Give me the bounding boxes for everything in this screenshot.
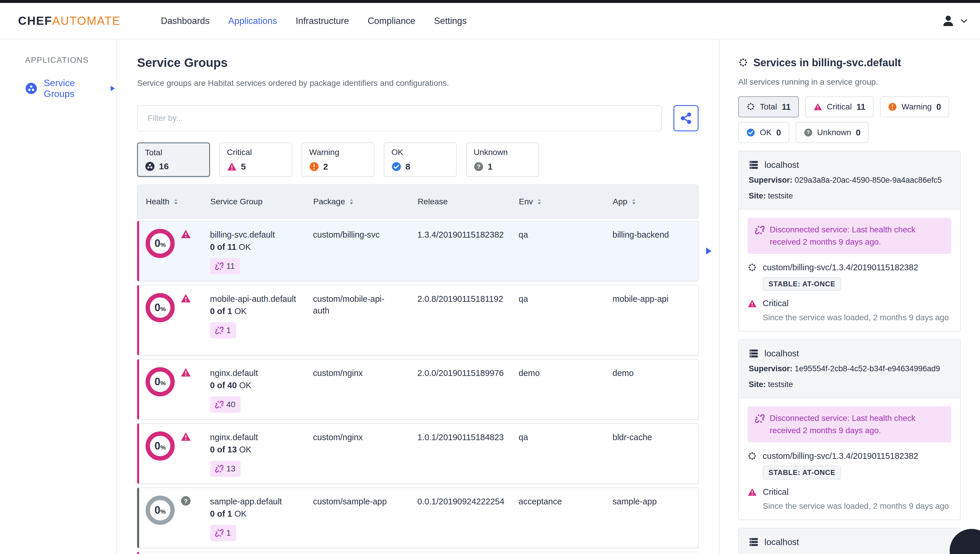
critical-icon — [748, 487, 757, 497]
column-header-release[interactable]: Release — [418, 197, 519, 206]
services-panel: Services in billing-svc.default All serv… — [719, 39, 980, 554]
release-cell: 1.3.4/20190115182382 — [417, 229, 519, 241]
nav-settings[interactable]: Settings — [434, 16, 467, 26]
package-dots-icon — [748, 452, 757, 461]
package-cell: custom/nginx — [313, 367, 401, 379]
service-groups-icon — [25, 82, 37, 94]
column-header-package[interactable]: Package — [313, 197, 418, 206]
service-group-cell: mobile-api-auth.default 0 of 1 OK 1 — [210, 293, 313, 338]
pill-warning[interactable]: Warning0 — [880, 96, 949, 117]
health-cell: 0 % — [146, 229, 210, 258]
server-icon — [749, 160, 759, 170]
column-header-service-group[interactable]: Service Group — [210, 197, 313, 206]
total-icon — [145, 161, 155, 171]
table-row[interactable]: 0 % billing-svc.default 0 of 11 OK 11 cu… — [137, 221, 698, 281]
package-identifier: custom/billing-svc/1.3.4/20190115182382 — [748, 263, 951, 272]
logo-chef: CHEF — [18, 14, 52, 27]
env-cell: qa — [519, 293, 612, 305]
nav-dashboards[interactable]: Dashboards — [161, 16, 209, 26]
service-card[interactable]: localhost Supervisor: 029a3a8a-20ac-4590… — [738, 151, 961, 332]
summary-card-total[interactable]: Total 16 — [137, 142, 210, 177]
summary-card-unknown[interactable]: Unknown 1 — [466, 142, 539, 177]
server-icon — [749, 537, 759, 547]
channel-badge: STABLE: AT-ONCE — [763, 466, 841, 480]
summary-card-critical[interactable]: Critical 5 — [220, 142, 292, 177]
summary-card-ok[interactable]: OK 8 — [384, 142, 457, 177]
pill-unknown[interactable]: Unknown0 — [795, 122, 869, 143]
host-name: localhost — [764, 160, 799, 170]
broken-link-icon — [755, 414, 764, 423]
service-card[interactable]: localhost Supervisor: 2fb65869-de1b-4341… — [738, 528, 961, 554]
nav-compliance[interactable]: Compliance — [368, 16, 415, 26]
package-cell: custom/billing-svc — [313, 229, 401, 241]
env-cell: qa — [519, 431, 612, 443]
critical-icon — [181, 293, 191, 303]
table-row[interactable]: 0 % nginx.default 0 of 40 OK 40 custom/n… — [137, 359, 698, 420]
summary-card-count: 1 — [488, 162, 493, 172]
service-group-name: sample-app.default — [210, 496, 298, 507]
summary-card-count: 5 — [241, 162, 246, 172]
main-nav: Dashboards Applications Infrastructure C… — [161, 16, 467, 26]
disconnected-count-badge[interactable]: 11 — [210, 258, 240, 275]
disconnected-count-badge[interactable]: 1 — [210, 322, 236, 338]
disconnected-count-badge[interactable]: 1 — [210, 525, 236, 541]
service-card[interactable]: localhost Supervisor: 1e95554f-2cb8-4c52… — [738, 339, 961, 520]
health-cell: 0 % — [146, 431, 210, 461]
selected-row-arrow-icon — [703, 246, 713, 256]
release-cell: 1.0.1/20190115184823 — [417, 431, 519, 443]
table-row[interactable] — [137, 552, 698, 554]
sidebar-heading: APPLICATIONS — [25, 56, 116, 65]
sidebar-item-service-groups[interactable]: Service Groups — [25, 78, 116, 99]
service-card-header: localhost Supervisor: 1e95554f-2cb8-4c52… — [739, 340, 960, 398]
release-cell: 2.0.8/20190115181192 — [417, 293, 519, 305]
top-strip — [0, 0, 980, 3]
table-row[interactable]: 0 % sample-app.default 0 of 1 OK 1 custo… — [137, 487, 698, 548]
summary-card-count: 8 — [406, 162, 410, 172]
service-group-cell: nginx.default 0 of 13 OK 13 — [210, 431, 313, 477]
site-name: testsite — [768, 380, 793, 389]
service-group-cell: nginx.default 0 of 40 OK 40 — [210, 367, 313, 413]
disconnected-count-badge[interactable]: 40 — [210, 396, 240, 413]
summary-card-label: Warning — [309, 148, 367, 157]
total-dots-icon — [746, 102, 755, 111]
ok-icon — [391, 162, 401, 172]
pill-total[interactable]: Total11 — [738, 96, 799, 117]
unknown-icon — [474, 162, 484, 172]
filter-input[interactable] — [137, 105, 662, 131]
panel-filter-pills: Total11 Critical11 Warning0 OK0 Unknown0 — [738, 96, 961, 143]
service-group-name: billing-svc.default — [210, 229, 298, 241]
nav-infrastructure[interactable]: Infrastructure — [296, 16, 349, 26]
server-icon — [749, 348, 759, 358]
column-header-env[interactable]: Env — [519, 197, 613, 206]
column-header-app[interactable]: App — [613, 197, 698, 206]
sort-icon — [536, 198, 543, 205]
supervisor-id: 2fb65869-de1b-4341-8150-3f8a7e4c5dee — [795, 553, 940, 554]
sidebar: APPLICATIONS Service Groups — [0, 39, 117, 554]
env-cell: acceptance — [519, 496, 612, 507]
sort-icon — [348, 198, 355, 205]
env-cell: demo — [519, 367, 612, 379]
critical-icon — [181, 367, 191, 378]
service-group-name: mobile-api-auth.default — [210, 293, 298, 305]
pill-ok[interactable]: OK0 — [738, 122, 789, 143]
service-card-body: Disconnected service: Last health check … — [739, 209, 960, 331]
health-donut: 0 % — [146, 293, 175, 322]
chef-automate-logo[interactable]: CHEF AUTOMATE — [18, 14, 121, 27]
user-menu[interactable] — [942, 14, 968, 28]
nav-applications[interactable]: Applications — [228, 16, 277, 26]
disconnected-count-badge[interactable]: 13 — [210, 461, 240, 477]
pill-critical[interactable]: Critical11 — [805, 96, 873, 117]
env-cell: qa — [519, 229, 612, 241]
table-row[interactable]: 0 % mobile-api-auth.default 0 of 1 OK 1 … — [137, 285, 698, 356]
service-card-header: localhost Supervisor: 029a3a8a-20ac-4590… — [739, 151, 960, 209]
column-header-health[interactable]: Health — [146, 197, 210, 206]
critical-icon — [181, 431, 191, 442]
health-cell: 0 % — [146, 496, 210, 525]
package-dots-icon — [748, 263, 757, 272]
table-row[interactable]: 0 % nginx.default 0 of 13 OK 13 custom/n… — [137, 423, 698, 484]
summary-card-label: Critical — [227, 148, 285, 157]
critical-icon — [227, 162, 237, 172]
summary-card-warning[interactable]: Warning 2 — [302, 142, 374, 177]
share-button[interactable] — [673, 105, 698, 131]
health-donut: 0 % — [146, 367, 175, 396]
